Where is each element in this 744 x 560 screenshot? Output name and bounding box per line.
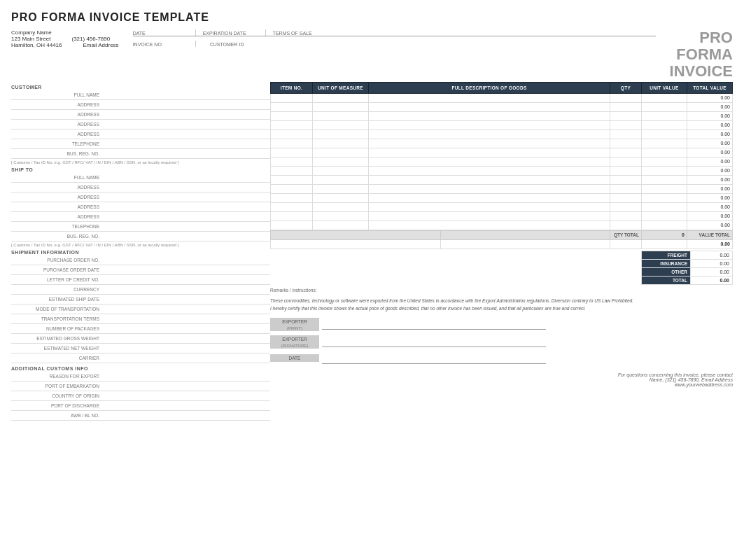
cell-qty[interactable] (610, 93, 642, 102)
cell-desc[interactable] (369, 193, 610, 202)
cell-total-val[interactable]: 0.00 (687, 166, 733, 175)
cell-item-no[interactable] (271, 102, 313, 111)
cell-desc[interactable] (369, 130, 610, 139)
cell-desc[interactable] (369, 220, 610, 230)
cell-desc[interactable] (369, 202, 610, 211)
cell-qty[interactable] (610, 202, 642, 211)
cell-uom[interactable] (313, 175, 369, 184)
cell-uom[interactable] (313, 202, 369, 211)
cell-total-val[interactable]: 0.00 (687, 120, 733, 130)
cell-desc[interactable] (369, 184, 610, 193)
cell-desc[interactable] (369, 166, 610, 175)
cell-uom[interactable] (313, 111, 369, 120)
cell-unit-val[interactable] (642, 184, 687, 193)
cell-uom[interactable] (313, 148, 369, 157)
cell-uom[interactable] (313, 166, 369, 175)
cell-total-val[interactable]: 0.00 (687, 102, 733, 111)
cell-uom[interactable] (313, 102, 369, 111)
cell-qty[interactable] (610, 148, 642, 157)
cell-total-val[interactable]: 0.00 (687, 184, 733, 193)
cell-item-no[interactable] (271, 220, 313, 230)
cell-uom[interactable] (313, 211, 369, 220)
cell-unit-val[interactable] (642, 166, 687, 175)
cell-uom[interactable] (313, 184, 369, 193)
table-row: 0.00 (271, 111, 733, 120)
cell-item-no[interactable] (271, 148, 313, 157)
cell-qty[interactable] (610, 120, 642, 130)
cell-item-no[interactable] (271, 175, 313, 184)
cell-desc[interactable] (369, 157, 610, 166)
cell-unit-val[interactable] (642, 157, 687, 166)
cell-qty[interactable] (610, 111, 642, 120)
cell-desc[interactable] (369, 93, 610, 102)
cell-desc[interactable] (369, 175, 610, 184)
cell-qty[interactable] (610, 157, 642, 166)
table-row: 0.00 (271, 220, 733, 230)
exporter-sig-line[interactable] (322, 336, 546, 347)
cell-uom[interactable] (313, 157, 369, 166)
cell-item-no[interactable] (271, 120, 313, 130)
cell-unit-val[interactable] (642, 202, 687, 211)
cell-total-val[interactable]: 0.00 (687, 211, 733, 220)
date-sig-line[interactable] (322, 353, 546, 364)
cell-total-val[interactable]: 0.00 (687, 93, 733, 102)
cell-item-no[interactable] (271, 202, 313, 211)
net-weight-label: ESTIMATED NET WEIGHT (11, 346, 102, 351)
cell-qty[interactable] (610, 130, 642, 139)
cell-qty[interactable] (610, 184, 642, 193)
freight-value[interactable]: 0.00 (691, 251, 733, 259)
cell-total-val[interactable]: 0.00 (687, 202, 733, 211)
cell-desc[interactable] (369, 120, 610, 130)
cell-unit-val[interactable] (642, 130, 687, 139)
cell-total-val[interactable]: 0.00 (687, 148, 733, 157)
cell-item-no[interactable] (271, 184, 313, 193)
cell-total-val[interactable]: 0.00 (687, 111, 733, 120)
cell-total-val[interactable]: 0.00 (687, 175, 733, 184)
cell-unit-val[interactable] (642, 102, 687, 111)
freight-value[interactable]: 0.00 (691, 267, 733, 276)
cell-unit-val[interactable] (642, 93, 687, 102)
cell-qty[interactable] (610, 211, 642, 220)
cell-qty[interactable] (610, 102, 642, 111)
cell-desc[interactable] (369, 148, 610, 157)
cell-uom[interactable] (313, 193, 369, 202)
cell-uom[interactable] (313, 120, 369, 130)
exporter-print-line[interactable] (322, 318, 546, 330)
cell-item-no[interactable] (271, 139, 313, 148)
cell-item-no[interactable] (271, 111, 313, 120)
cell-qty[interactable] (610, 166, 642, 175)
cell-item-no[interactable] (271, 211, 313, 220)
cell-unit-val[interactable] (642, 211, 687, 220)
cell-total-val[interactable]: 0.00 (687, 157, 733, 166)
cell-unit-val[interactable] (642, 148, 687, 157)
cell-desc[interactable] (369, 211, 610, 220)
cell-desc[interactable] (369, 111, 610, 120)
freight-value[interactable]: 0.00 (691, 276, 733, 284)
cell-unit-val[interactable] (642, 175, 687, 184)
cell-qty[interactable] (610, 175, 642, 184)
cell-uom[interactable] (313, 139, 369, 148)
cell-unit-val[interactable] (642, 220, 687, 230)
cell-unit-val[interactable] (642, 120, 687, 130)
cell-unit-val[interactable] (642, 139, 687, 148)
cell-unit-val[interactable] (642, 193, 687, 202)
cell-uom[interactable] (313, 220, 369, 230)
cell-qty[interactable] (610, 139, 642, 148)
cell-item-no[interactable] (271, 130, 313, 139)
cell-total-val[interactable]: 0.00 (687, 220, 733, 230)
cell-qty[interactable] (610, 220, 642, 230)
cell-item-no[interactable] (271, 93, 313, 102)
cell-qty[interactable] (610, 193, 642, 202)
cell-item-no[interactable] (271, 193, 313, 202)
cell-uom[interactable] (313, 93, 369, 102)
cell-unit-val[interactable] (642, 111, 687, 120)
cell-uom[interactable] (313, 130, 369, 139)
cell-total-val[interactable]: 0.00 (687, 139, 733, 148)
cell-desc[interactable] (369, 139, 610, 148)
cell-total-val[interactable]: 0.00 (687, 193, 733, 202)
cell-total-val[interactable]: 0.00 (687, 130, 733, 139)
cell-desc[interactable] (369, 102, 610, 111)
freight-value[interactable]: 0.00 (691, 259, 733, 267)
cell-item-no[interactable] (271, 166, 313, 175)
cell-item-no[interactable] (271, 157, 313, 166)
